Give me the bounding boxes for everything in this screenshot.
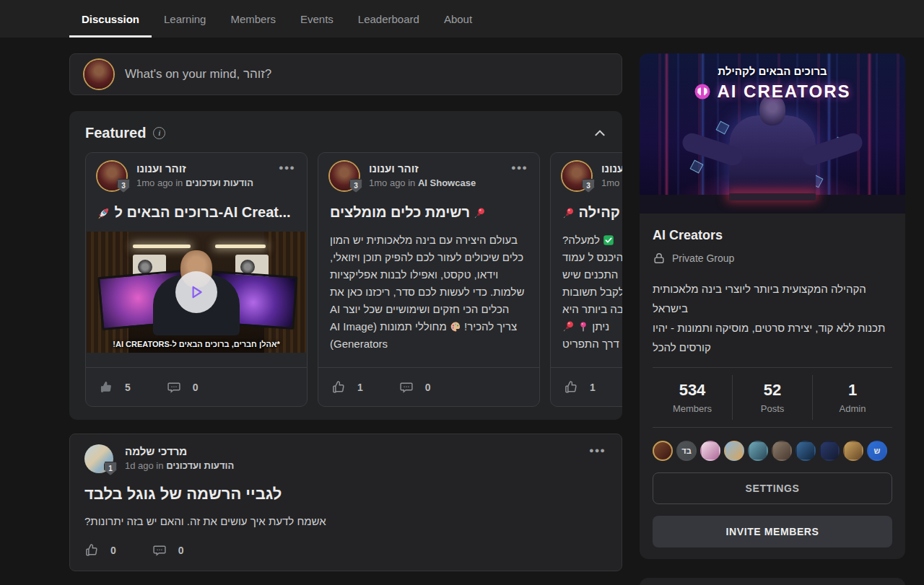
comment-button[interactable]: 0 (399, 380, 431, 395)
post-meta: 1mo ago in (601, 177, 622, 188)
level-badge: 3 (582, 179, 595, 193)
author-avatar[interactable]: 3 (330, 162, 359, 190)
post-title: ברוכים הבאים ל-AI Creat... (97, 202, 295, 222)
featured-post-community[interactable]: 3 זוהר וענונו 1mo ago in קהילה למעלה? הי… (550, 152, 622, 407)
member-avatar[interactable] (748, 441, 768, 461)
comment-count: 0 (193, 382, 199, 393)
featured-post-welcome[interactable]: 3 זוהר וענונו 1mo ago in הודעות ועדכונים… (85, 152, 308, 407)
comment-count: 0 (425, 382, 431, 393)
page-layout: What's on your mind, זוהר? Featured i 3 (0, 38, 924, 585)
like-button[interactable]: 1 (564, 380, 596, 395)
member-avatar[interactable]: בד (676, 441, 697, 461)
like-count: 5 (125, 382, 131, 393)
tab-learning[interactable]: Learning (152, 0, 218, 38)
engagement-bar: 5 0 (86, 367, 307, 406)
author-avatar[interactable]: 3 (562, 162, 591, 190)
stat-members[interactable]: 534 Members (653, 375, 732, 420)
author-name[interactable]: מרדכי שלמה (125, 445, 578, 457)
tab-discussion[interactable]: Discussion (69, 0, 152, 38)
tab-members[interactable]: Members (218, 0, 288, 38)
post-title: לגביי הרשמה של גוגל בלבד (84, 485, 606, 503)
level-badge: 1 (104, 462, 117, 475)
level-badge: 3 (349, 179, 362, 193)
member-avatar[interactable] (819, 441, 840, 461)
group-privacy: Private Group (653, 252, 892, 265)
post-card[interactable]: 1 מרדכי שלמה 1d ago in הודעות ועדכונים ●… (69, 434, 622, 571)
group-description: הקהילה המקצועית ביותר ליוצרי בינה מלאכות… (653, 279, 892, 357)
member-avatar[interactable] (796, 441, 816, 461)
banner-welcome-text: ברוכים הבאים לקהילת (640, 65, 905, 77)
stat-admins[interactable]: 1 Admin (812, 375, 892, 420)
featured-section: Featured i 3 זוהר וענונו 1mo (69, 111, 622, 420)
like-button[interactable]: 0 (84, 543, 116, 558)
comment-button[interactable]: 0 (152, 543, 184, 558)
group-name: AI Creators (653, 228, 892, 243)
composer-prompt: What's on your mind, זוהר? (125, 67, 271, 82)
banner-brand-text: AI CREATORS (717, 82, 850, 102)
group-stats: 534 Members 52 Posts 1 Admin (653, 368, 892, 427)
author-name[interactable]: זוהר וענונו (369, 162, 501, 175)
lock-icon (653, 252, 666, 265)
author-avatar[interactable]: 3 (97, 162, 126, 190)
featured-title: Featured (85, 125, 146, 141)
featured-header: Featured i (85, 125, 606, 141)
post-category[interactable]: הודעות ועדכונים (186, 177, 253, 188)
featured-cards-row: 3 זוהר וענונו 1mo ago in הודעות ועדכונים… (85, 152, 622, 407)
top-nav: Discussion Learning Members Events Leade… (0, 0, 924, 38)
member-avatar[interactable] (700, 441, 720, 461)
like-button[interactable]: 5 (99, 380, 131, 395)
members-avatar-row: בד ש (653, 441, 892, 461)
level-badge: 3 (117, 179, 130, 193)
group-sidebar: ברוכים הבאים לקהילת AI CREATORS AI Creat… (640, 38, 905, 585)
post-body: בעולם היצירה עם בינה מלאכותית יש המון כל… (330, 232, 528, 353)
like-count: 1 (590, 382, 596, 393)
main-column: What's on your mind, זוהר? Featured i 3 (69, 38, 622, 571)
featured-post-tools[interactable]: 3 זוהר וענונו 1mo ago in AI Showcase ●●●… (318, 152, 540, 407)
tab-about[interactable]: About (432, 0, 484, 38)
post-meta: 1mo ago in AI Showcase (369, 177, 501, 188)
post-menu-button[interactable]: ●●● (279, 162, 295, 173)
member-avatar[interactable] (843, 441, 863, 461)
like-count: 0 (110, 545, 116, 556)
post-menu-button[interactable]: ●●● (511, 162, 528, 173)
engagement-bar: 1 0 (551, 367, 622, 406)
post-body: למעלה? היכנס ל עמוד התכנים שיש לקבל תשוב… (562, 232, 622, 353)
info-icon[interactable]: i (153, 127, 165, 139)
current-user-avatar (84, 60, 113, 89)
brain-logo-icon (694, 83, 711, 100)
post-meta: 1mo ago in הודעות ועדכונים (136, 177, 269, 188)
post-title: קהילה (562, 202, 622, 222)
author-avatar[interactable]: 1 (84, 444, 113, 473)
member-avatar[interactable]: ש (867, 441, 887, 461)
group-info-card: ברוכים הבאים לקהילת AI CREATORS AI Creat… (640, 53, 905, 559)
author-name[interactable]: זוהר וענונו (601, 162, 622, 175)
post-body: אשמח לדעת איך עושים את זה. והאם יש בזה י… (84, 515, 606, 527)
tab-events[interactable]: Events (288, 0, 346, 38)
member-avatar[interactable] (724, 441, 744, 461)
video-caption: *אהלן חברים, ברוכים הבאים ל-AI CREATORS! (87, 340, 306, 348)
post-category[interactable]: הודעות ועדכונים (166, 460, 234, 471)
post-category[interactable]: AI Showcase (418, 177, 476, 188)
post-menu-button[interactable]: ●●● (589, 444, 606, 456)
video-thumbnail[interactable]: *אהלן חברים, ברוכים הבאים ל-AI CREATORS! (87, 232, 306, 353)
tab-leaderboard[interactable]: Leaderboard (346, 0, 432, 38)
invite-members-button[interactable]: INVITE MEMBERS (653, 516, 892, 547)
like-count: 1 (357, 382, 363, 393)
settings-button[interactable]: SETTINGS (653, 472, 892, 504)
comment-button[interactable]: 0 (167, 380, 199, 395)
post-title: רשימת כלים מומלצים (330, 202, 528, 222)
member-avatar[interactable] (772, 441, 792, 461)
like-button[interactable]: 1 (331, 380, 363, 395)
engagement-bar: 1 0 (318, 367, 539, 406)
leaderboard-card: Leaderboard (30-days) (640, 578, 905, 585)
author-name[interactable]: זוהר וענונו (136, 162, 269, 175)
group-banner[interactable]: ברוכים הבאים לקהילת AI CREATORS (640, 53, 905, 214)
post-meta: 1d ago in הודעות ועדכונים (125, 460, 578, 471)
chevron-up-icon[interactable] (593, 127, 606, 140)
post-composer[interactable]: What's on your mind, זוהר? (69, 53, 622, 95)
comment-count: 0 (178, 545, 184, 556)
engagement-bar: 0 0 (84, 543, 606, 558)
play-button[interactable] (175, 271, 217, 313)
stat-posts[interactable]: 52 Posts (732, 375, 812, 420)
member-avatar[interactable] (653, 441, 673, 461)
